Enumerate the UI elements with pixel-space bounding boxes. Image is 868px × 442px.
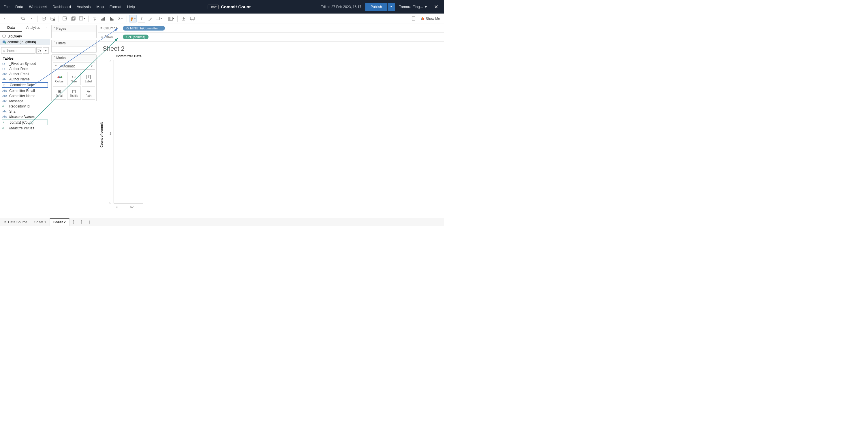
mark-label[interactable]: 🅃Label (82, 72, 95, 85)
svg-rect-21 (168, 19, 169, 21)
menu-format[interactable]: Format (107, 2, 124, 11)
field-item[interactable]: #Repository Id (0, 104, 50, 109)
menu-worksheet[interactable]: Worksheet (26, 2, 50, 11)
mark-size[interactable]: ⬭Size (67, 72, 81, 85)
field-type-icon: Abc (2, 95, 7, 97)
clear-sheet-button[interactable]: ▼ (79, 15, 86, 23)
mark-type-dropdown[interactable]: 〜 Automatic ▼ (53, 63, 95, 70)
rows-shelf[interactable]: ≣Rows CNT(commit) (98, 33, 444, 41)
field-item[interactable]: AbcMessage (0, 99, 50, 104)
undo-button[interactable]: ← (2, 15, 9, 23)
tab-analytics[interactable]: Analytics (22, 24, 44, 32)
field-item[interactable]: ⬚_Fivetran Synced (0, 61, 50, 66)
filters-shelf[interactable]: ˄Filters (51, 40, 97, 53)
rows-pill[interactable]: CNT(commit) (123, 35, 149, 39)
sort-desc-button[interactable] (108, 15, 116, 23)
duplicate-button[interactable] (70, 15, 77, 23)
menu-dashboard[interactable]: Dashboard (50, 2, 74, 11)
sheet-title[interactable]: Sheet 2 (103, 45, 439, 53)
field-item[interactable]: AbcAuthor Name (0, 77, 50, 82)
fit-button[interactable]: ▼ (155, 15, 163, 23)
field-item[interactable]: AbcAuthor Email (0, 71, 50, 77)
highlight-button[interactable]: ▼ (129, 15, 137, 23)
menu-file[interactable]: File (1, 2, 12, 11)
user-menu[interactable]: Tamara Fing... ▼ (399, 5, 428, 9)
new-dashboard-tab[interactable] (78, 219, 86, 226)
menu-map[interactable]: Map (93, 2, 106, 11)
close-icon[interactable]: ✕ (432, 3, 441, 11)
field-type-icon: ⬚ (2, 62, 7, 65)
menu-help[interactable]: Help (124, 2, 138, 11)
data-line (117, 132, 133, 132)
present-button[interactable] (189, 15, 196, 23)
svg-rect-13 (101, 19, 102, 21)
field-type-icon: ⬚ (2, 67, 7, 70)
field-name: _Fivetran Synced (9, 62, 36, 66)
show-me-button[interactable]: Show Me (418, 15, 442, 22)
y-axis-label: Count of commit (100, 122, 103, 147)
sheet-tab-1[interactable]: Sheet 1 (31, 219, 50, 226)
columns-shelf[interactable]: ≡Columns ▢MINUTE(Committer ... (98, 24, 444, 33)
pages-shelf[interactable]: ˄Pages (51, 25, 97, 38)
field-item[interactable]: AbcCommitter Email (0, 88, 50, 93)
new-story-tab[interactable] (86, 219, 94, 226)
datasource-bigquery[interactable]: BigQuery ! (0, 33, 50, 39)
field-name: Author Name (9, 77, 30, 81)
field-item[interactable]: #Measure Values (0, 126, 50, 131)
new-datasource-button[interactable] (40, 15, 48, 23)
totals-button[interactable]: Σ▼ (117, 15, 124, 23)
sheet-tab-2[interactable]: Sheet 2 (50, 218, 69, 226)
chart[interactable]: Count of commit 2 1 0 3 52 (103, 60, 143, 210)
collapse-pane-icon[interactable]: ‹ (44, 24, 50, 32)
search-input[interactable]: ⌕ Search (1, 47, 35, 54)
columns-pill[interactable]: ▢MINUTE(Committer ... (123, 26, 165, 31)
size-icon: ⬭ (72, 75, 75, 79)
field-item[interactable]: #commit (Count) (2, 120, 48, 125)
data-source-tab[interactable]: 🗎Data Source (0, 219, 31, 226)
labels-button[interactable]: T (138, 15, 145, 23)
field-item[interactable]: AbcCommitter Name (0, 93, 50, 99)
svg-rect-22 (170, 17, 173, 21)
filter-fields-button[interactable]: ▽▾ (36, 47, 42, 54)
tab-data[interactable]: Data (0, 24, 22, 32)
publish-dropdown[interactable]: ▼ (388, 3, 395, 11)
datasource-commit[interactable]: commit (in_github) (0, 39, 50, 45)
show-cards-button[interactable]: ▼ (167, 15, 175, 23)
columns-label: Columns (103, 26, 117, 30)
y-tick: 1 (110, 132, 111, 135)
field-type-icon: Abc (2, 100, 7, 103)
fields-menu-button[interactable]: ▼ (43, 47, 49, 54)
search-icon: ⌕ (3, 49, 5, 52)
sort-asc-button[interactable] (99, 15, 107, 23)
workbook-title[interactable]: Commit Count (221, 4, 251, 9)
shelf-label: Marks (56, 56, 66, 60)
datasource-list: BigQuery ! commit (in_github) (0, 32, 50, 46)
revert-dropdown[interactable]: ▼ (28, 15, 35, 23)
field-type-icon: Abc (2, 73, 7, 75)
field-item[interactable]: AbcSha (0, 109, 50, 114)
mark-path[interactable]: ∿Path (82, 87, 95, 100)
publish-button[interactable]: Publish (365, 3, 387, 11)
redo-button[interactable]: → (10, 15, 18, 23)
mark-colour[interactable]: ●●●Colour (53, 72, 66, 85)
swap-button[interactable] (91, 15, 98, 23)
mark-type-label: Automatic (60, 64, 75, 68)
mark-tooltip[interactable]: ◫Tooltip (67, 87, 81, 100)
mark-detail[interactable]: ⊞Detail (53, 87, 66, 100)
x-axis-header: Committer Date (114, 54, 143, 58)
field-item[interactable]: AbcMeasure Names (0, 114, 50, 119)
mark-properties: ●●●Colour ⬭Size 🅃Label ⊞Detail ◫Tooltip … (52, 71, 96, 101)
format-button[interactable] (147, 15, 154, 23)
field-item[interactable]: ⬚Committer Date (2, 82, 48, 88)
revert-button[interactable] (19, 15, 27, 23)
menu-data[interactable]: Data (12, 2, 26, 11)
pause-data-button[interactable] (49, 15, 56, 23)
field-item[interactable]: ⬚Author Date (0, 66, 50, 71)
data-guide-button[interactable] (410, 15, 417, 23)
download-button[interactable] (180, 15, 187, 23)
menu-analysis[interactable]: Analysis (74, 2, 93, 11)
x-tick: 52 (130, 205, 133, 209)
field-type-icon: ⬚ (3, 83, 8, 87)
new-worksheet-button[interactable] (61, 15, 69, 23)
new-worksheet-tab[interactable] (69, 219, 78, 226)
